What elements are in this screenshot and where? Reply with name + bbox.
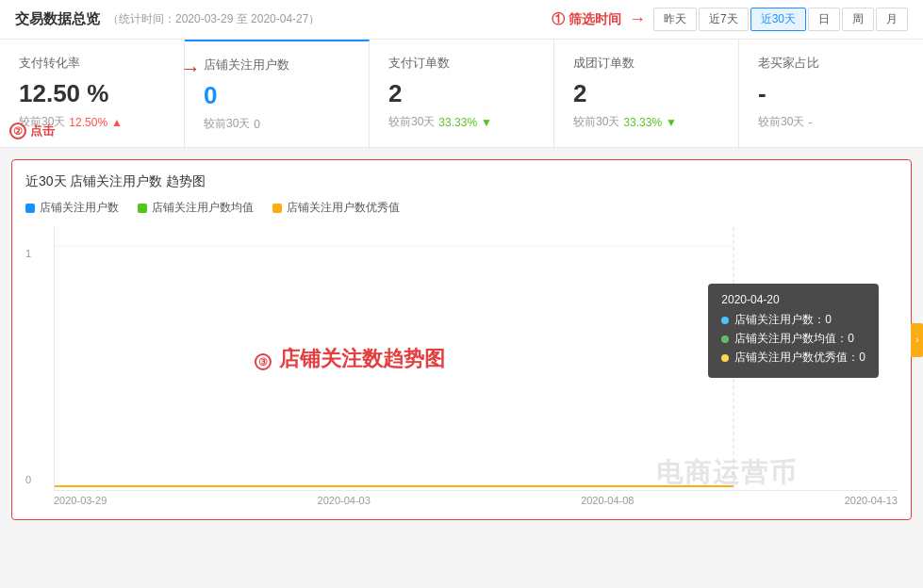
click-annotation: ②点击 bbox=[9, 122, 55, 139]
metric-compare-1: 较前30天0 bbox=[204, 116, 350, 132]
chart-legend: 店铺关注用户数店铺关注用户数均值店铺关注用户数优秀值 bbox=[25, 200, 898, 216]
annotation-1-label: ① 筛选时间 bbox=[552, 11, 621, 28]
metric-card-4[interactable]: 老买家占比-较前30天- bbox=[739, 40, 923, 147]
x-label: 2020-03-29 bbox=[54, 495, 107, 506]
metric-card-1[interactable]: 店铺关注用户数0较前30天0 bbox=[185, 40, 370, 147]
metric-compare-4: 较前30天- bbox=[758, 114, 904, 130]
y-label-0: 0 bbox=[25, 474, 31, 485]
metric-label-2: 支付订单数 bbox=[388, 55, 535, 72]
header-bar: 交易数据总览 （统计时间：2020-03-29 至 2020-04-27） ① … bbox=[0, 0, 923, 40]
header-annotation: ① 筛选时间 → 昨天近7天近30天日周月 bbox=[552, 8, 908, 31]
time-filter-group: 昨天近7天近30天日周月 bbox=[653, 8, 908, 31]
page-title: 交易数据总览 bbox=[15, 10, 100, 28]
metric-value-4: - bbox=[758, 79, 904, 108]
chart-annotation-3: ③ 店铺关注数趋势图 bbox=[255, 345, 445, 373]
chart-section: 近30天 店铺关注用户数 趋势图 店铺关注用户数店铺关注用户数均值店铺关注用户数… bbox=[11, 159, 912, 520]
arrow-to-card1-icon: → bbox=[180, 57, 201, 81]
chart-title: 近30天 店铺关注用户数 趋势图 bbox=[25, 173, 898, 190]
time-btn-昨天[interactable]: 昨天 bbox=[653, 8, 697, 31]
metric-compare-2: 较前30天33.33%▼ bbox=[388, 114, 535, 130]
y-label-1: 1 bbox=[25, 248, 31, 259]
legend-item-blue: 店铺关注用户数 bbox=[25, 200, 119, 216]
time-btn-日[interactable]: 日 bbox=[808, 8, 840, 31]
metric-value-1: 0 bbox=[204, 81, 350, 110]
chart-area: ③ 店铺关注数趋势图 2020-04-20店铺关注用户数：0店铺关注用户数均值：… bbox=[54, 227, 898, 491]
metric-card-3[interactable]: 成团订单数2较前30天33.33%▼ bbox=[554, 40, 739, 147]
metric-label-4: 老买家占比 bbox=[758, 55, 904, 72]
metrics-row: 支付转化率12.50 %较前30天12.50%▲②点击→店铺关注用户数0较前30… bbox=[0, 40, 923, 148]
x-label: 2020-04-03 bbox=[318, 495, 371, 506]
time-btn-近30天[interactable]: 近30天 bbox=[750, 8, 806, 31]
arrow-right-icon: → bbox=[629, 9, 646, 29]
metric-card-2[interactable]: 支付订单数2较前30天33.33%▼ bbox=[370, 40, 554, 147]
metric-label-1: 店铺关注用户数 bbox=[204, 57, 350, 74]
header-subtitle: （统计时间：2020-03-29 至 2020-04-27） bbox=[107, 11, 320, 27]
time-btn-周[interactable]: 周 bbox=[842, 8, 874, 31]
time-btn-月[interactable]: 月 bbox=[876, 8, 908, 31]
legend-item-green: 店铺关注用户数均值 bbox=[138, 200, 254, 216]
time-btn-近7天[interactable]: 近7天 bbox=[699, 8, 749, 31]
chart-tooltip: 2020-04-20店铺关注用户数：0店铺关注用户数均值：0店铺关注用户数优秀值… bbox=[708, 284, 879, 378]
x-axis: 2020-03-292020-04-032020-04-082020-04-13 bbox=[54, 495, 898, 506]
x-label: 2020-04-13 bbox=[845, 495, 898, 506]
x-label: 2020-04-08 bbox=[581, 495, 634, 506]
metric-compare-3: 较前30天33.33%▼ bbox=[573, 114, 719, 130]
legend-item-yellow: 店铺关注用户数优秀值 bbox=[272, 200, 400, 216]
metric-label-0: 支付转化率 bbox=[19, 55, 165, 72]
sidebar-arrow[interactable]: › bbox=[911, 323, 923, 357]
metric-label-3: 成团订单数 bbox=[573, 55, 719, 72]
metric-value-2: 2 bbox=[388, 79, 535, 108]
metric-card-0[interactable]: 支付转化率12.50 %较前30天12.50%▲②点击→ bbox=[0, 40, 185, 147]
metric-value-0: 12.50 % bbox=[19, 79, 165, 108]
metric-value-3: 2 bbox=[573, 79, 719, 108]
